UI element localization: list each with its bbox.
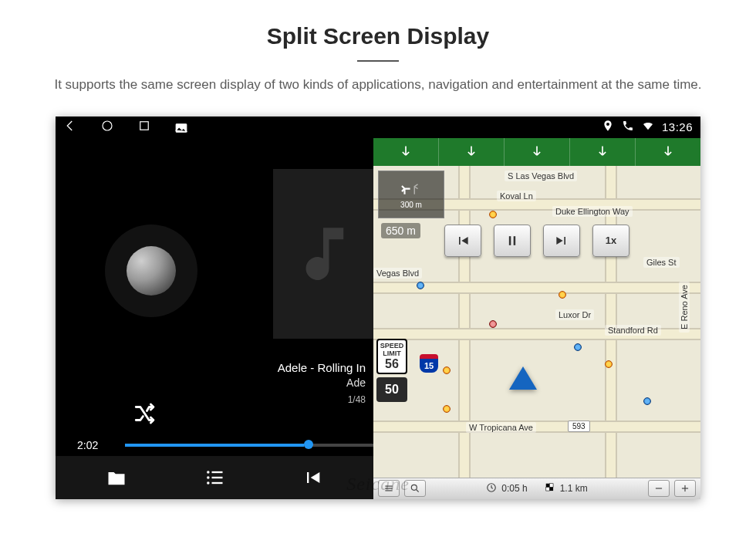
track-info: Adele - Rolling In Ade 1/48 (278, 360, 366, 406)
nav-menu-button[interactable] (378, 480, 400, 497)
poi-icon[interactable] (489, 211, 497, 218)
lane-arrow (570, 138, 636, 166)
zoom-out-button[interactable] (648, 480, 670, 497)
svg-rect-13 (385, 490, 392, 491)
current-speed: 50 (376, 377, 407, 402)
road-label: Koval Ln (497, 191, 536, 201)
player-bottom-bar (56, 456, 373, 499)
picture-icon (174, 121, 187, 133)
distance-value: 1.1 km (560, 483, 588, 494)
status-clock: 13:26 (662, 120, 693, 133)
nav-bottom-bar: 0:05 h 1.1 km (373, 478, 700, 499)
svg-rect-19 (549, 487, 553, 491)
elapsed-time: 2:02 (77, 439, 98, 451)
map-skip-forward-button[interactable] (543, 225, 580, 257)
road-label: Standford Rd (605, 325, 661, 336)
vehicle-arrow-icon (509, 366, 537, 390)
poi-icon[interactable] (574, 343, 582, 351)
map-pause-button[interactable] (494, 225, 531, 257)
recent-apps-icon[interactable] (137, 119, 151, 135)
poi-icon[interactable] (489, 320, 497, 328)
library-button[interactable] (93, 462, 140, 493)
zoom-in-button[interactable] (674, 480, 696, 497)
svg-rect-18 (545, 487, 549, 491)
svg-point-3 (207, 471, 210, 474)
poi-icon[interactable] (643, 397, 651, 405)
turn-distance-small: 300 m (400, 201, 422, 209)
queue-index: 1/48 (278, 393, 366, 406)
poi-icon[interactable] (605, 360, 613, 368)
road-number-badge: 593 (568, 420, 590, 432)
previous-track-button[interactable] (289, 462, 336, 493)
shuffle-button[interactable] (133, 400, 159, 430)
lane-arrow (636, 138, 700, 166)
svg-rect-12 (385, 488, 392, 489)
map-speed-button[interactable]: 1x (592, 225, 629, 257)
svg-rect-8 (211, 481, 222, 483)
phone-icon (622, 120, 634, 134)
poi-icon[interactable] (443, 366, 451, 374)
svg-rect-11 (385, 486, 392, 487)
road-label: Vegas Blvd (373, 268, 422, 279)
svg-rect-6 (211, 476, 222, 478)
lane-guidance-bar (373, 138, 700, 166)
speed-sign-label: LIMIT (378, 350, 406, 358)
highway-shield: 15 (420, 354, 438, 373)
track-title-text: Adele - Rolling In (278, 360, 366, 376)
title-underline (357, 60, 399, 62)
poi-icon[interactable] (417, 282, 424, 289)
home-icon[interactable] (100, 119, 114, 135)
road-label: E Reno Ave (679, 282, 690, 333)
svg-point-0 (103, 121, 112, 130)
svg-rect-10 (514, 236, 516, 245)
road-label: S Las Vegas Blvd (505, 171, 577, 181)
map-controls: 1x (373, 225, 700, 257)
svg-rect-17 (549, 483, 553, 487)
road-label: Giles St (643, 257, 680, 268)
split-container: Adele - Rolling In Ade 1/48 2:02 (56, 138, 700, 499)
page-subtitle: It supports the same screen display of t… (39, 76, 717, 95)
status-bar: 13:26 (56, 117, 700, 138)
road-label: Duke Ellington Way (552, 206, 633, 217)
turn-card: 300 m (378, 171, 444, 218)
lane-arrow (373, 138, 439, 166)
speed-limit-value: 56 (378, 357, 406, 371)
device-screen: 13:26 Adele - Rolling In Ade 1/48 2:02 (56, 117, 700, 499)
road-label: Luxor Dr (555, 309, 594, 320)
poi-icon[interactable] (443, 405, 451, 413)
svg-rect-1 (140, 122, 149, 130)
playlist-button[interactable] (191, 462, 238, 493)
lane-arrow (505, 138, 570, 166)
svg-point-5 (207, 476, 210, 479)
progress-handle[interactable] (304, 440, 313, 449)
nav-search-button[interactable] (404, 480, 426, 497)
speed-limit-sign: SPEED LIMIT 56 (376, 339, 407, 374)
navigation-pane: S Las Vegas Blvd Koval Ln Duke Ellington… (373, 138, 700, 499)
svg-rect-22 (684, 485, 685, 491)
progress-fill (125, 444, 304, 447)
svg-point-14 (411, 485, 417, 490)
progress-bar[interactable] (125, 444, 373, 447)
svg-rect-4 (211, 471, 222, 472)
poi-icon[interactable] (559, 291, 566, 299)
road (373, 420, 700, 433)
svg-point-7 (207, 481, 210, 485)
music-pane: Adele - Rolling In Ade 1/48 2:02 (56, 138, 373, 499)
album-art-placeholder (273, 169, 373, 339)
music-note-icon (289, 219, 358, 289)
svg-rect-9 (509, 236, 511, 245)
wifi-icon (642, 120, 654, 134)
svg-rect-20 (656, 488, 662, 489)
clock-icon (486, 482, 497, 495)
page-title: Split Screen Display (0, 23, 756, 49)
eta-value: 0:05 h (501, 483, 527, 494)
track-artist: Ade (278, 376, 366, 390)
map-skip-back-button[interactable] (444, 225, 481, 257)
back-icon[interactable] (63, 119, 77, 135)
svg-rect-16 (545, 483, 549, 487)
location-icon (602, 120, 614, 134)
flag-icon (545, 482, 555, 495)
turn-left-icon (398, 179, 424, 201)
lane-arrow (439, 138, 505, 166)
joystick-control[interactable] (127, 246, 176, 296)
